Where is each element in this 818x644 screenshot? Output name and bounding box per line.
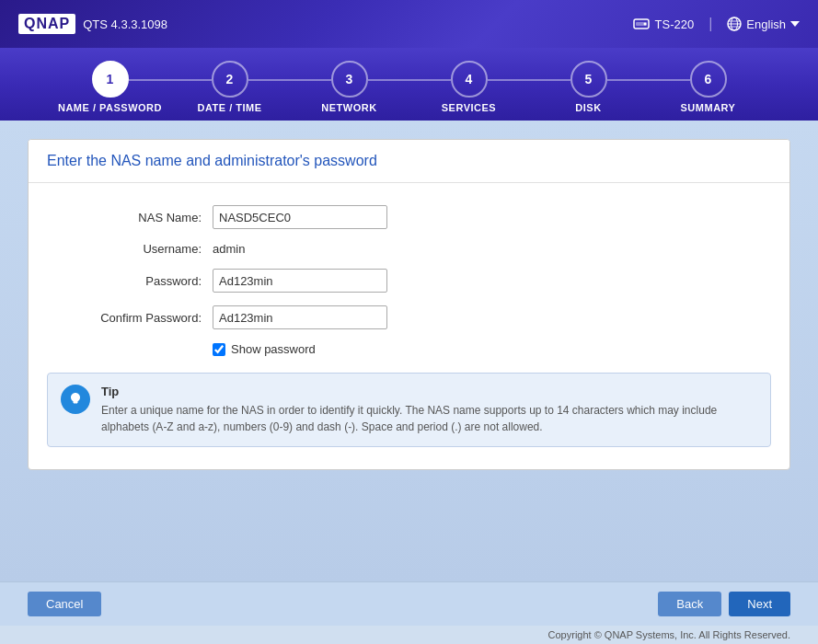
steps-container: 1 NAME / PASSWORD 2 DATE / TIME 3 NETWOR… <box>51 61 768 113</box>
step-2-label: DATE / TIME <box>197 102 261 113</box>
step-1-circle: 1 <box>92 61 129 98</box>
header-right: TS-220 | English <box>633 16 800 32</box>
header: QNAP QTS 4.3.3.1098 TS-220 | English <box>0 0 818 48</box>
step-1-label: NAME / PASSWORD <box>58 102 162 113</box>
svg-point-2 <box>643 23 646 26</box>
tip-text: Enter a unique name for the NAS in order… <box>101 402 757 435</box>
password-input[interactable] <box>213 269 387 293</box>
copyright: Copyright © QNAP Systems, Inc. All Right… <box>0 626 818 644</box>
show-password-label[interactable]: Show password <box>231 342 316 356</box>
main-content: Enter the NAS name and administrator's p… <box>0 121 818 581</box>
main-card: Enter the NAS name and administrator's p… <box>28 139 790 470</box>
step-5-circle: 5 <box>570 61 607 98</box>
device-name: TS-220 <box>655 17 695 31</box>
step-4: 4 SERVICES <box>409 61 529 113</box>
step-3-circle: 3 <box>331 61 368 98</box>
username-value: admin <box>213 242 245 256</box>
header-divider: | <box>709 16 712 32</box>
password-label: Password: <box>47 274 213 288</box>
steps-bar: 1 NAME / PASSWORD 2 DATE / TIME 3 NETWOR… <box>0 48 818 121</box>
step-2: 2 DATE / TIME <box>170 61 290 113</box>
confirm-password-row: Confirm Password: <box>47 305 771 329</box>
language-label: English <box>746 17 786 31</box>
header-left: QNAP QTS 4.3.3.1098 <box>18 14 167 34</box>
qnap-brand: QNAP <box>18 14 75 34</box>
step-6-label: SUMMARY <box>681 102 736 113</box>
card-header: Enter the NAS name and administrator's p… <box>29 140 789 183</box>
back-button[interactable]: Back <box>658 592 721 616</box>
qts-version: QTS 4.3.3.1098 <box>83 17 167 31</box>
show-password-checkbox[interactable] <box>213 343 225 356</box>
chevron-down-icon <box>790 21 800 27</box>
nas-name-row: NAS Name: <box>47 205 771 229</box>
cancel-button[interactable]: Cancel <box>28 592 101 616</box>
tip-box: Tip Enter a unique name for the NAS in o… <box>47 373 771 447</box>
nas-name-input[interactable] <box>213 205 387 229</box>
hdd-icon <box>633 17 650 31</box>
step-5-label: DISK <box>575 102 601 113</box>
step-6-circle: 6 <box>690 61 727 98</box>
step-1: 1 NAME / PASSWORD <box>51 61 170 113</box>
globe-icon <box>727 17 742 31</box>
step-3-label: NETWORK <box>321 102 376 113</box>
tip-content: Tip Enter a unique name for the NAS in o… <box>101 385 757 435</box>
step-6: 6 SUMMARY <box>649 61 768 113</box>
next-button[interactable]: Next <box>729 592 790 616</box>
footer: Cancel Back Next <box>0 581 818 626</box>
device-info: TS-220 <box>633 17 695 31</box>
confirm-password-label: Confirm Password: <box>47 311 213 325</box>
step-4-label: SERVICES <box>442 102 496 113</box>
step-5: 5 DISK <box>529 61 649 113</box>
language-selector[interactable]: English <box>727 17 800 31</box>
tip-icon <box>61 385 90 414</box>
card-title: Enter the NAS name and administrator's p… <box>47 153 771 169</box>
show-password-row: Show password <box>213 342 771 356</box>
card-body: NAS Name: Username: admin Password: Conf… <box>29 183 789 469</box>
lightbulb-icon <box>67 391 84 408</box>
username-label: Username: <box>47 242 213 256</box>
username-row: Username: admin <box>47 242 771 256</box>
qnap-logo: QNAP QTS 4.3.3.1098 <box>18 14 167 34</box>
tip-title: Tip <box>101 385 757 398</box>
step-3: 3 NETWORK <box>290 61 409 113</box>
confirm-password-input[interactable] <box>213 305 387 329</box>
footer-right: Back Next <box>658 592 790 616</box>
step-2-circle: 2 <box>212 61 248 98</box>
step-4-circle: 4 <box>451 61 488 98</box>
password-row: Password: <box>47 269 771 293</box>
nas-name-label: NAS Name: <box>47 211 213 224</box>
